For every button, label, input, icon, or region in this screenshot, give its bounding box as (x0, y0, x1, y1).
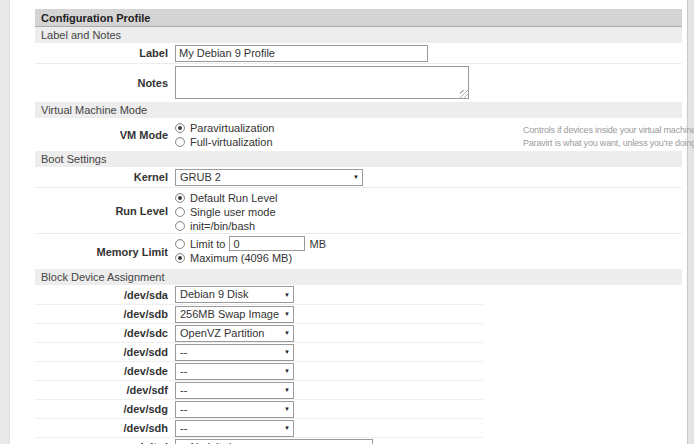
section-block-device-assignment: Block Device Assignment (35, 269, 682, 285)
page-title: Configuration Profile (35, 9, 682, 27)
vm-mode-row: VM Mode Paravirtualization Full-virtuali… (35, 118, 682, 151)
dropdown-arrow-icon: ▼ (284, 311, 290, 317)
block-device-row: /dev/sdd -- ▼ (35, 342, 483, 361)
memory-limit-input[interactable] (229, 236, 305, 251)
block-device-rows: /dev/sda Debian 9 Disk ▼ /dev/sdb 256MB … (35, 285, 483, 444)
memory-limit-unit: MB (309, 238, 326, 250)
block-device-row: /dev/sde -- ▼ (35, 361, 483, 380)
radio-icon[interactable] (175, 239, 185, 249)
radio-option-single-user-mode[interactable]: Single user mode (175, 205, 682, 218)
dropdown-arrow-icon: ▼ (353, 174, 359, 180)
radio-icon[interactable] (175, 207, 185, 217)
device-sde-label: /dev/sde (35, 365, 175, 377)
radio-option-init-bin-bash[interactable]: init=/bin/bash (175, 219, 682, 232)
block-device-row: /dev/sdb 256MB Swap Image ▼ (35, 304, 483, 323)
radio-option-maximum[interactable]: Maximum (4096 MB) (175, 251, 682, 264)
device-sdg-label: /dev/sdg (35, 403, 175, 415)
run-level-row: Run Level Default Run Level Single user … (35, 187, 682, 233)
dropdown-arrow-icon: ▼ (284, 368, 290, 374)
configuration-profile-form: Configuration Profile Label and Notes La… (35, 9, 682, 444)
device-sdd-select[interactable]: -- ▼ (175, 344, 294, 361)
radio-icon[interactable] (175, 253, 185, 263)
device-sdh-select[interactable]: -- ▼ (175, 420, 294, 437)
label-field-row: Label (35, 43, 682, 63)
label-input[interactable] (175, 45, 428, 62)
radio-icon[interactable] (175, 123, 185, 133)
dropdown-arrow-icon: ▼ (284, 330, 290, 336)
device-sdb-select[interactable]: 256MB Swap Image ▼ (175, 306, 294, 323)
block-device-row: /dev/sdf -- ▼ (35, 380, 483, 399)
device-sdf-label: /dev/sdf (35, 384, 175, 396)
page-right-gutter (687, 0, 694, 444)
resize-grip-icon[interactable] (460, 90, 468, 98)
content-panel: Configuration Profile Label and Notes La… (10, 0, 687, 444)
radio-icon[interactable] (175, 221, 185, 231)
device-sdf-select[interactable]: -- ▼ (175, 382, 294, 399)
dropdown-arrow-icon: ▼ (284, 349, 290, 355)
dropdown-arrow-icon: ▼ (284, 292, 290, 298)
page-left-gutter (0, 0, 10, 444)
dropdown-arrow-icon: ▼ (284, 387, 290, 393)
initrd-row: initrd -- No initrd -- ▼ (35, 437, 483, 444)
device-sdg-select[interactable]: -- ▼ (175, 401, 294, 418)
dropdown-arrow-icon: ▼ (284, 425, 290, 431)
notes-textarea[interactable] (175, 66, 469, 99)
device-sda-label: /dev/sda (35, 289, 175, 301)
radio-icon[interactable] (175, 137, 185, 147)
run-level-label: Run Level (35, 205, 175, 217)
kernel-label: Kernel (35, 171, 175, 183)
block-device-row: /dev/sdc OpenVZ Partition ▼ (35, 323, 483, 342)
radio-option-limit-to[interactable]: Limit to MB (175, 237, 682, 250)
kernel-select[interactable]: GRUB 2 ▼ (175, 169, 363, 186)
device-sdc-select[interactable]: OpenVZ Partition ▼ (175, 325, 294, 342)
device-sdc-label: /dev/sdc (35, 327, 175, 339)
memory-limit-label: Memory Limit (35, 246, 175, 258)
block-device-row: /dev/sdh -- ▼ (35, 418, 483, 437)
device-sdh-label: /dev/sdh (35, 422, 175, 434)
label-field-label: Label (35, 47, 175, 59)
section-virtual-machine-mode: Virtual Machine Mode (35, 102, 682, 118)
radio-icon[interactable] (175, 193, 185, 203)
initrd-select[interactable]: -- No initrd -- ▼ (175, 439, 373, 444)
device-sdb-label: /dev/sdb (35, 308, 175, 320)
device-sda-select[interactable]: Debian 9 Disk ▼ (175, 286, 294, 303)
device-sde-select[interactable]: -- ▼ (175, 363, 294, 380)
vm-mode-help-text: Controls if devices inside your virtual … (523, 124, 694, 150)
kernel-row: Kernel GRUB 2 ▼ (35, 167, 682, 187)
device-sdd-label: /dev/sdd (35, 346, 175, 358)
dropdown-arrow-icon: ▼ (284, 406, 290, 412)
configuration-profile-page: Configuration Profile Label and Notes La… (0, 0, 694, 444)
section-label-and-notes: Label and Notes (35, 27, 682, 43)
memory-limit-row: Memory Limit Limit to MB Maximum (4096 M… (35, 233, 682, 269)
notes-field-label: Notes (35, 77, 175, 89)
block-device-row: /dev/sda Debian 9 Disk ▼ (35, 285, 483, 304)
block-device-row: /dev/sdg -- ▼ (35, 399, 483, 418)
radio-option-default-run-level[interactable]: Default Run Level (175, 191, 682, 204)
notes-field-row: Notes (35, 63, 682, 102)
section-boot-settings: Boot Settings (35, 151, 682, 167)
vm-mode-label: VM Mode (35, 129, 175, 141)
